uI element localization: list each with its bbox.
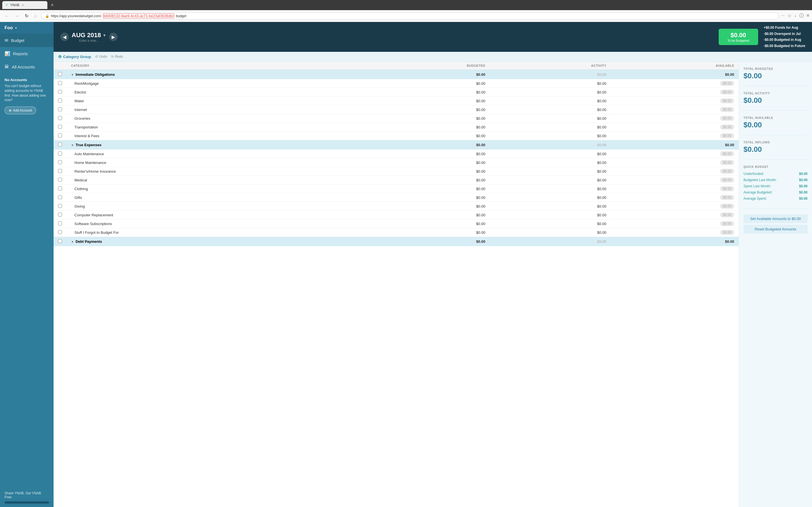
undo-button[interactable]: ↺ Undo [95,55,107,59]
info-icon[interactable]: ⓘ [799,13,804,19]
total-budgeted-section: TOTAL BUDGETED $0.00 [744,67,808,86]
table-row[interactable]: Interest & Fees $0.00 $0.00 $0.00 [54,131,739,140]
category-checkbox[interactable] [58,133,62,137]
redo-button[interactable]: ↻ Redo [111,55,123,59]
table-row[interactable]: Transportation $0.00 $0.00 $0.00 [54,123,739,131]
quick-budget-item[interactable]: Average Spent: $0.00 [744,196,808,201]
category-name: Groceries [66,114,369,123]
bookmark-icon[interactable]: ☆ [788,13,792,19]
table-row[interactable]: Internet $0.00 $0.00 $0.00 [54,105,739,114]
table-row[interactable]: Water $0.00 $0.00 $0.00 [54,97,739,105]
category-checkbox[interactable] [58,169,62,173]
category-checkbox[interactable] [58,116,62,120]
share-ynab-text[interactable]: Share YNAB. Get YNAB Free. [4,491,49,499]
no-accounts-text: You can't budget without adding accounts… [4,83,49,103]
category-checkbox[interactable] [58,160,62,164]
tab-close-button[interactable]: × [22,3,24,7]
add-account-button[interactable]: ⊕ Add Account [4,107,36,114]
table-row[interactable]: Electric $0.00 $0.00 $0.00 [54,88,739,97]
category-available: $0.00 [611,79,739,88]
category-checkbox[interactable] [58,152,62,156]
group-row[interactable]: ▼Immediate Obligations $0.00 $0.00 $0.00 [54,70,739,79]
group-row[interactable]: ▼True Expenses $0.00 $0.00 $0.00 [54,140,739,150]
table-row[interactable]: Giving $0.00 $0.00 $0.00 [54,202,739,211]
category-checkbox[interactable] [58,90,62,94]
category-checkbox[interactable] [58,213,62,217]
table-row[interactable]: Computer Replacement $0.00 $0.00 $0.00 [54,211,739,219]
add-category-group-button[interactable]: ⊕ Category Group [58,54,91,59]
table-row[interactable]: Rent/Mortgage $0.00 $0.00 $0.00 [54,79,739,88]
home-button[interactable]: ⌂ [33,12,39,20]
summary-funds: +$0.00 Funds for Aug [764,25,805,31]
table-row[interactable]: Groceries $0.00 $0.00 $0.00 [54,114,739,123]
category-checkbox[interactable] [58,178,62,182]
table-row[interactable]: Software Subscriptions $0.00 $0.00 $0.00 [54,219,739,228]
category-available: $0.00 [611,184,739,193]
all-accounts-icon: 🏛 [4,64,9,69]
col-activity-header: ACTIVITY [490,62,611,70]
category-name: Clothing [66,184,369,193]
menu-icon[interactable]: ≡ [807,13,809,19]
table-row[interactable]: Stuff I Forgot to Budget For $0.00 $0.00… [54,228,739,237]
more-actions-icon[interactable]: ··· [781,13,784,19]
next-month-button[interactable]: ▶ [109,33,117,41]
browser-actions: ··· ☆ ↓ ⓘ ≡ [781,13,809,19]
forward-button[interactable]: → [13,12,21,20]
group-checkbox[interactable] [58,239,62,243]
group-toggle-icon[interactable]: ▼ [71,240,74,243]
category-name: Renter's/Home Insurance [66,167,369,176]
month-title[interactable]: AUG 2018 ▼ [71,32,106,39]
table-row[interactable]: Renter's/Home Insurance $0.00 $0.00 $0.0… [54,167,739,176]
to-be-budgeted[interactable]: $0.00 To be Budgeted [719,29,758,45]
user-menu[interactable]: Foo ▼ [0,22,54,34]
refresh-button[interactable]: ↻ [23,12,30,20]
table-row[interactable]: Clothing $0.00 $0.00 $0.00 [54,184,739,193]
category-checkbox[interactable] [58,125,62,129]
quick-budget-item[interactable]: Budgeted Last Month: $0.00 [744,178,808,182]
quick-budget-item[interactable]: Average Budgeted: $0.00 [744,190,808,194]
qb-value: $0.00 [799,178,808,182]
qb-label: Average Spent: [744,196,767,201]
category-available: $0.00 [611,193,739,202]
back-button[interactable]: ← [3,12,11,20]
group-toggle-icon[interactable]: ▼ [71,73,74,76]
table-row[interactable]: Gifts $0.00 $0.00 $0.00 [54,193,739,202]
sidebar-item-budget[interactable]: ✉ Budget [0,34,54,47]
category-budgeted: $0.00 [369,167,490,176]
category-checkbox[interactable] [58,99,62,103]
category-checkbox[interactable] [58,195,62,199]
category-budgeted: $0.00 [369,105,490,114]
category-checkbox[interactable] [58,221,62,225]
group-checkbox[interactable] [58,143,62,147]
category-checkbox[interactable] [58,186,62,190]
category-activity: $0.00 [490,88,611,97]
quick-budget-item[interactable]: Underfunded: $0.00 [744,172,808,176]
url-suffix: budget [176,14,186,18]
category-checkbox[interactable] [58,81,62,85]
qb-value: $0.00 [799,184,808,188]
quick-budget-item[interactable]: Spent Last Month: $0.00 [744,184,808,188]
set-available-button[interactable]: Set Available Amounts to $0.00 [744,214,808,223]
browser-tab[interactable]: Y YNAB × [2,1,47,9]
category-available: $0.00 [611,176,739,184]
table-row[interactable]: Auto Maintenance $0.00 $0.00 $0.00 [54,150,739,158]
group-toggle-icon[interactable]: ▼ [71,144,74,147]
group-checkbox[interactable] [58,72,62,76]
category-name: Auto Maintenance [66,150,369,158]
user-name: Foo [4,25,13,31]
table-row[interactable]: Home Maintenance $0.00 $0.00 $0.00 [54,158,739,167]
sidebar-item-all-accounts[interactable]: 🏛 All Accounts [0,60,54,73]
group-row[interactable]: ▼Debt Payments $0.00 $0.00 $0.00 [54,237,739,246]
month-note[interactable]: Enter a note... [71,39,106,42]
category-checkbox[interactable] [58,230,62,234]
category-checkbox[interactable] [58,204,62,208]
table-row[interactable]: Medical $0.00 $0.00 $0.00 [54,176,739,184]
download-icon[interactable]: ↓ [794,13,797,19]
prev-month-button[interactable]: ◀ [60,33,69,41]
address-bar[interactable]: 🔒 https://app.youneedabudget.com/b840813… [41,12,779,20]
reset-budgeted-button[interactable]: Reset Budgeted Amounts [744,225,808,233]
new-tab-button[interactable]: + [49,2,56,8]
month-chevron-icon: ▼ [103,33,106,38]
sidebar-item-reports[interactable]: 📊 Reports [0,47,54,60]
category-checkbox[interactable] [58,107,62,111]
